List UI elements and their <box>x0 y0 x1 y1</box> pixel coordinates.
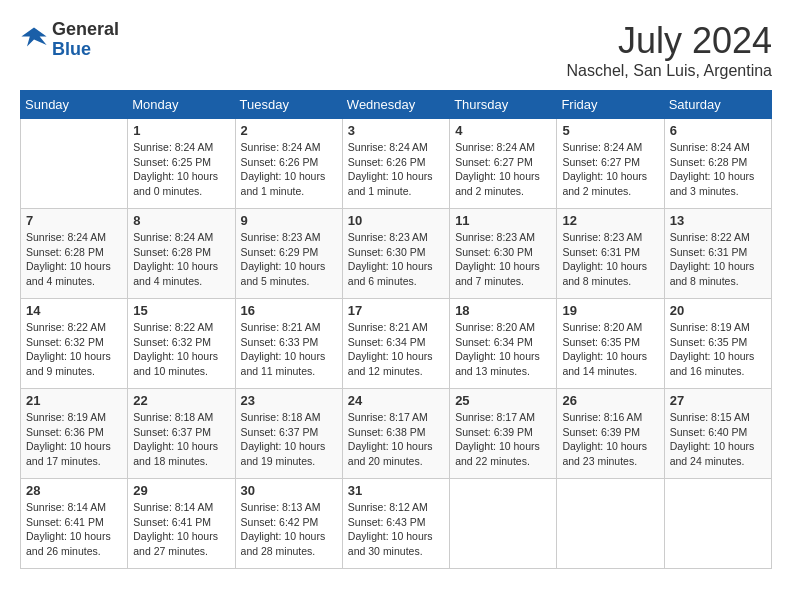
header-monday: Monday <box>128 91 235 119</box>
day-content: Sunrise: 8:21 AMSunset: 6:33 PMDaylight:… <box>241 320 337 379</box>
day-number: 30 <box>241 483 337 498</box>
calendar-cell: 29Sunrise: 8:14 AMSunset: 6:41 PMDayligh… <box>128 479 235 569</box>
day-content: Sunrise: 8:24 AMSunset: 6:25 PMDaylight:… <box>133 140 229 199</box>
day-number: 26 <box>562 393 658 408</box>
day-content: Sunrise: 8:20 AMSunset: 6:35 PMDaylight:… <box>562 320 658 379</box>
day-content: Sunrise: 8:19 AMSunset: 6:36 PMDaylight:… <box>26 410 122 469</box>
day-number: 15 <box>133 303 229 318</box>
day-number: 22 <box>133 393 229 408</box>
calendar-cell: 24Sunrise: 8:17 AMSunset: 6:38 PMDayligh… <box>342 389 449 479</box>
calendar-header-row: SundayMondayTuesdayWednesdayThursdayFrid… <box>21 91 772 119</box>
calendar-cell: 11Sunrise: 8:23 AMSunset: 6:30 PMDayligh… <box>450 209 557 299</box>
calendar-week-row: 1Sunrise: 8:24 AMSunset: 6:25 PMDaylight… <box>21 119 772 209</box>
day-number: 23 <box>241 393 337 408</box>
day-content: Sunrise: 8:24 AMSunset: 6:26 PMDaylight:… <box>241 140 337 199</box>
calendar-cell: 26Sunrise: 8:16 AMSunset: 6:39 PMDayligh… <box>557 389 664 479</box>
day-content: Sunrise: 8:24 AMSunset: 6:28 PMDaylight:… <box>26 230 122 289</box>
title-block: July 2024 Naschel, San Luis, Argentina <box>567 20 772 80</box>
logo-general: General <box>52 19 119 39</box>
calendar-cell: 27Sunrise: 8:15 AMSunset: 6:40 PMDayligh… <box>664 389 771 479</box>
calendar-week-row: 28Sunrise: 8:14 AMSunset: 6:41 PMDayligh… <box>21 479 772 569</box>
calendar-cell: 31Sunrise: 8:12 AMSunset: 6:43 PMDayligh… <box>342 479 449 569</box>
location-subtitle: Naschel, San Luis, Argentina <box>567 62 772 80</box>
day-content: Sunrise: 8:22 AMSunset: 6:32 PMDaylight:… <box>133 320 229 379</box>
day-number: 8 <box>133 213 229 228</box>
day-number: 3 <box>348 123 444 138</box>
page-header: General Blue July 2024 Naschel, San Luis… <box>20 20 772 80</box>
logo-blue: Blue <box>52 39 91 59</box>
header-tuesday: Tuesday <box>235 91 342 119</box>
calendar-cell: 12Sunrise: 8:23 AMSunset: 6:31 PMDayligh… <box>557 209 664 299</box>
calendar-cell: 20Sunrise: 8:19 AMSunset: 6:35 PMDayligh… <box>664 299 771 389</box>
day-number: 20 <box>670 303 766 318</box>
calendar-cell: 5Sunrise: 8:24 AMSunset: 6:27 PMDaylight… <box>557 119 664 209</box>
day-number: 16 <box>241 303 337 318</box>
calendar-cell: 6Sunrise: 8:24 AMSunset: 6:28 PMDaylight… <box>664 119 771 209</box>
day-content: Sunrise: 8:13 AMSunset: 6:42 PMDaylight:… <box>241 500 337 559</box>
day-number: 19 <box>562 303 658 318</box>
day-number: 4 <box>455 123 551 138</box>
day-content: Sunrise: 8:17 AMSunset: 6:38 PMDaylight:… <box>348 410 444 469</box>
calendar-cell <box>664 479 771 569</box>
day-number: 6 <box>670 123 766 138</box>
day-content: Sunrise: 8:24 AMSunset: 6:27 PMDaylight:… <box>455 140 551 199</box>
day-content: Sunrise: 8:23 AMSunset: 6:29 PMDaylight:… <box>241 230 337 289</box>
calendar-cell: 15Sunrise: 8:22 AMSunset: 6:32 PMDayligh… <box>128 299 235 389</box>
calendar-cell: 30Sunrise: 8:13 AMSunset: 6:42 PMDayligh… <box>235 479 342 569</box>
header-wednesday: Wednesday <box>342 91 449 119</box>
day-content: Sunrise: 8:14 AMSunset: 6:41 PMDaylight:… <box>26 500 122 559</box>
day-number: 2 <box>241 123 337 138</box>
day-content: Sunrise: 8:15 AMSunset: 6:40 PMDaylight:… <box>670 410 766 469</box>
calendar-cell: 18Sunrise: 8:20 AMSunset: 6:34 PMDayligh… <box>450 299 557 389</box>
header-friday: Friday <box>557 91 664 119</box>
day-content: Sunrise: 8:23 AMSunset: 6:30 PMDaylight:… <box>455 230 551 289</box>
day-number: 13 <box>670 213 766 228</box>
day-number: 25 <box>455 393 551 408</box>
day-number: 18 <box>455 303 551 318</box>
calendar-cell <box>21 119 128 209</box>
calendar-cell: 4Sunrise: 8:24 AMSunset: 6:27 PMDaylight… <box>450 119 557 209</box>
day-number: 21 <box>26 393 122 408</box>
day-content: Sunrise: 8:24 AMSunset: 6:27 PMDaylight:… <box>562 140 658 199</box>
calendar-cell: 23Sunrise: 8:18 AMSunset: 6:37 PMDayligh… <box>235 389 342 479</box>
day-content: Sunrise: 8:22 AMSunset: 6:31 PMDaylight:… <box>670 230 766 289</box>
day-content: Sunrise: 8:17 AMSunset: 6:39 PMDaylight:… <box>455 410 551 469</box>
day-content: Sunrise: 8:18 AMSunset: 6:37 PMDaylight:… <box>241 410 337 469</box>
day-number: 24 <box>348 393 444 408</box>
header-sunday: Sunday <box>21 91 128 119</box>
day-content: Sunrise: 8:14 AMSunset: 6:41 PMDaylight:… <box>133 500 229 559</box>
day-number: 29 <box>133 483 229 498</box>
calendar-cell: 13Sunrise: 8:22 AMSunset: 6:31 PMDayligh… <box>664 209 771 299</box>
calendar-cell: 28Sunrise: 8:14 AMSunset: 6:41 PMDayligh… <box>21 479 128 569</box>
day-content: Sunrise: 8:23 AMSunset: 6:30 PMDaylight:… <box>348 230 444 289</box>
day-number: 31 <box>348 483 444 498</box>
day-content: Sunrise: 8:18 AMSunset: 6:37 PMDaylight:… <box>133 410 229 469</box>
calendar-cell: 19Sunrise: 8:20 AMSunset: 6:35 PMDayligh… <box>557 299 664 389</box>
day-content: Sunrise: 8:22 AMSunset: 6:32 PMDaylight:… <box>26 320 122 379</box>
calendar-cell: 14Sunrise: 8:22 AMSunset: 6:32 PMDayligh… <box>21 299 128 389</box>
logo-bird-icon <box>20 24 48 52</box>
calendar-cell: 8Sunrise: 8:24 AMSunset: 6:28 PMDaylight… <box>128 209 235 299</box>
day-number: 17 <box>348 303 444 318</box>
day-content: Sunrise: 8:19 AMSunset: 6:35 PMDaylight:… <box>670 320 766 379</box>
day-content: Sunrise: 8:24 AMSunset: 6:28 PMDaylight:… <box>133 230 229 289</box>
day-content: Sunrise: 8:21 AMSunset: 6:34 PMDaylight:… <box>348 320 444 379</box>
day-content: Sunrise: 8:24 AMSunset: 6:26 PMDaylight:… <box>348 140 444 199</box>
calendar-cell: 10Sunrise: 8:23 AMSunset: 6:30 PMDayligh… <box>342 209 449 299</box>
calendar-cell: 17Sunrise: 8:21 AMSunset: 6:34 PMDayligh… <box>342 299 449 389</box>
calendar-cell: 2Sunrise: 8:24 AMSunset: 6:26 PMDaylight… <box>235 119 342 209</box>
calendar-week-row: 21Sunrise: 8:19 AMSunset: 6:36 PMDayligh… <box>21 389 772 479</box>
calendar-cell <box>450 479 557 569</box>
day-number: 27 <box>670 393 766 408</box>
month-year-title: July 2024 <box>567 20 772 62</box>
calendar-cell: 16Sunrise: 8:21 AMSunset: 6:33 PMDayligh… <box>235 299 342 389</box>
calendar-cell: 25Sunrise: 8:17 AMSunset: 6:39 PMDayligh… <box>450 389 557 479</box>
day-number: 14 <box>26 303 122 318</box>
day-content: Sunrise: 8:16 AMSunset: 6:39 PMDaylight:… <box>562 410 658 469</box>
day-content: Sunrise: 8:23 AMSunset: 6:31 PMDaylight:… <box>562 230 658 289</box>
svg-marker-0 <box>21 27 46 46</box>
logo: General Blue <box>20 20 119 60</box>
calendar-cell: 9Sunrise: 8:23 AMSunset: 6:29 PMDaylight… <box>235 209 342 299</box>
calendar-cell: 21Sunrise: 8:19 AMSunset: 6:36 PMDayligh… <box>21 389 128 479</box>
calendar-cell: 7Sunrise: 8:24 AMSunset: 6:28 PMDaylight… <box>21 209 128 299</box>
